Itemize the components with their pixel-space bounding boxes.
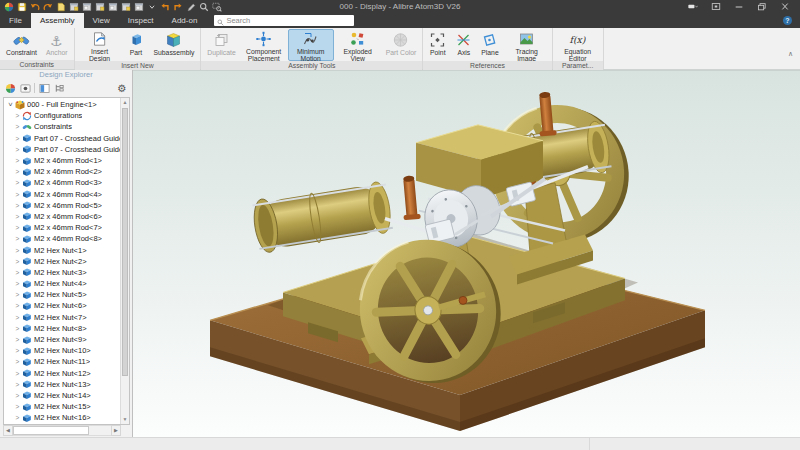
display-select-icon[interactable] [711,0,721,13]
tree-expand-chevron[interactable]: > [14,235,21,242]
window-5-icon[interactable] [120,1,131,12]
tree-expand-chevron[interactable]: > [14,392,21,399]
redo-icon[interactable] [42,1,53,12]
tree-item[interactable]: >M2 x 46mm Rod<3> [4,177,120,188]
tree-item[interactable]: >M2 Hex Nut<1> [4,244,120,255]
ribbon-collapse-button[interactable]: ∧ [788,50,793,58]
tree-item[interactable]: >M2 Hex Nut<6> [4,300,120,311]
tree-expand-chevron[interactable]: > [14,202,21,209]
equation-editor-button[interactable]: f(x)Equation Editor [555,29,601,61]
plane-button[interactable]: Plane [477,29,502,61]
subassembly-button[interactable]: Subassembly [150,29,199,61]
tree-item[interactable]: >M2 Hex Nut<4> [4,278,120,289]
tab-inspect[interactable]: Inspect [119,13,163,28]
tree-item[interactable]: >M2 Hex Nut<8> [4,323,120,334]
tree-expand-chevron[interactable]: > [14,403,21,410]
tree-item[interactable]: >M2 Hex Nut<5> [4,289,120,300]
app-logo-icon[interactable] [3,1,14,12]
tree-expand-chevron[interactable]: > [14,347,21,354]
minimize-button[interactable] [734,0,744,13]
zoom-icon[interactable] [198,1,209,12]
tree-item[interactable]: >M2 Hex Nut<12> [4,368,120,379]
tree-expand-chevron[interactable]: > [14,191,21,198]
tree-expand-chevron[interactable]: > [14,358,21,365]
tree-expand-chevron[interactable]: > [14,135,21,142]
tree-view-icon[interactable] [53,82,65,94]
tree-expand-chevron[interactable]: > [14,291,21,298]
tree-horizontal-scrollbar[interactable]: ◀ ▶ [3,425,130,436]
tree-expand-chevron[interactable]: > [14,179,21,186]
window-2-icon[interactable] [81,1,92,12]
measure-icon[interactable] [185,1,196,12]
part-button[interactable]: Part [124,29,149,61]
color-wheel-icon[interactable] [4,82,16,94]
scroll-left-button[interactable]: ◀ [3,425,13,436]
tree-item[interactable]: >M2 Hex Nut<16> [4,412,120,423]
tree-item[interactable]: >Part 07 - Crosshead Guide< [4,144,120,155]
language-indicator[interactable] [688,0,698,13]
tree-expand-chevron[interactable]: > [14,224,21,231]
tree-item[interactable]: >M2 Hex Nut<7> [4,312,120,323]
tree-expand-chevron[interactable]: > [14,414,21,421]
tree-expand-chevron[interactable]: > [14,258,21,265]
tree-item[interactable]: >Configurations [4,110,120,121]
undo-icon[interactable] [29,1,40,12]
help-icon[interactable]: ? [783,16,792,25]
vertical-scroll-thumb[interactable] [122,108,128,376]
tree-expand-chevron[interactable]: > [14,157,21,164]
scroll-right-button[interactable]: ▶ [111,425,121,436]
exploded-view-button[interactable]: Exploded View [335,29,381,61]
display-config-icon[interactable] [19,82,31,94]
tree-expand-chevron[interactable]: > [14,269,21,276]
tree-item[interactable]: >M2 Hex Nut<15> [4,401,120,412]
close-button[interactable] [780,0,790,13]
tree-expand-chevron[interactable]: > [7,101,14,108]
search-box[interactable] [214,15,354,26]
tree-item[interactable]: >M2 Hex Nut<11> [4,356,120,367]
window-4-icon[interactable] [107,1,118,12]
viewport-3d[interactable] [133,70,800,437]
tree-item[interactable]: >M2 Hex Nut<13> [4,379,120,390]
tree-item[interactable]: >M2 x 46mm Rod<6> [4,211,120,222]
tree-expand-chevron[interactable]: > [14,112,21,119]
tree-item[interactable]: >M2 Hex Nut<3> [4,267,120,278]
tree-expand-chevron[interactable]: > [14,213,21,220]
point-button[interactable]: Point [425,29,450,61]
new-document-icon[interactable] [55,1,66,12]
tree-expand-chevron[interactable]: > [14,123,21,130]
tree-item[interactable]: >M2 x 10.000 Cheese Head S [4,423,120,424]
tab-add-on[interactable]: Add-on [163,13,207,28]
tree-item[interactable]: >M2 x 46mm Rod<1> [4,155,120,166]
tree-item[interactable]: >M2 x 46mm Rod<7> [4,222,120,233]
tree-item[interactable]: >M2 x 46mm Rod<8> [4,233,120,244]
tree-expand-chevron[interactable]: > [14,247,21,254]
window-3-icon[interactable] [94,1,105,12]
dropdown-chevron-icon[interactable] [146,1,157,12]
horizontal-scroll-thumb[interactable] [13,426,89,435]
tree-expand-chevron[interactable]: > [14,314,21,321]
tree-item[interactable]: >M2 x 46mm Rod<5> [4,200,120,211]
duplicate-button[interactable]: Duplicate [203,29,239,61]
tree-item[interactable]: >M2 Hex Nut<10> [4,345,120,356]
anchor-button[interactable]: ⚓Anchor [42,29,72,60]
tree-expand-chevron[interactable]: > [14,325,21,332]
scroll-down-button[interactable]: ▼ [121,415,129,424]
tree-item[interactable]: >000 - Full Engine<1> [4,99,120,110]
minimum-motion-button[interactable]: Minimum Motion [288,29,334,61]
search-input[interactable] [226,16,351,25]
tree-item[interactable]: >M2 Hex Nut<9> [4,334,120,345]
component-placement-button[interactable]: Component Placement [241,29,287,61]
tab-file[interactable]: File [0,13,31,28]
corner-arrow-left-icon[interactable] [159,1,170,12]
tree-expand-chevron[interactable]: > [14,381,21,388]
window-1-icon[interactable] [68,1,79,12]
tracing-image-button[interactable]: Tracing Image [504,29,550,61]
tree-expand-chevron[interactable]: > [14,302,21,309]
tree-item[interactable]: >M2 Hex Nut<14> [4,390,120,401]
tree-expand-chevron[interactable]: > [14,370,21,377]
tree-item[interactable]: >M2 x 46mm Rod<2> [4,166,120,177]
insert-design-button[interactable]: Insert Design [77,29,123,61]
panel-view-icon[interactable] [38,82,50,94]
tree-item[interactable]: >M2 Hex Nut<2> [4,256,120,267]
tree-expand-chevron[interactable]: > [14,280,21,287]
